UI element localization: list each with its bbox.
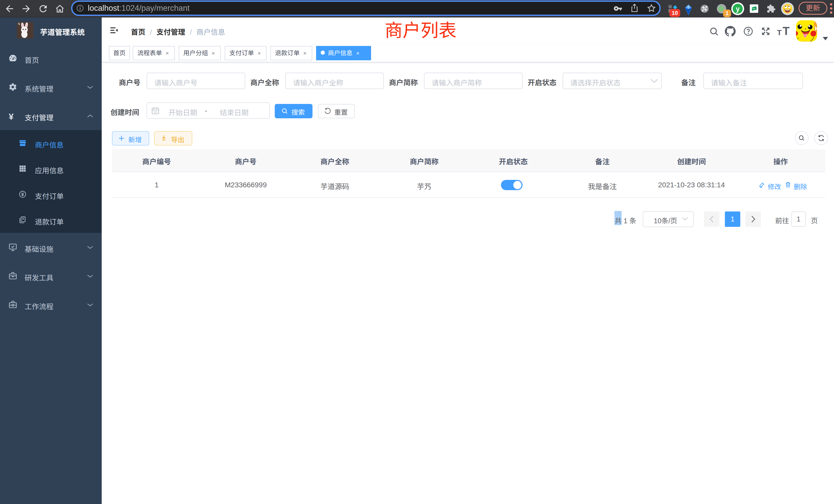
svg-text:y: y [736, 5, 740, 13]
